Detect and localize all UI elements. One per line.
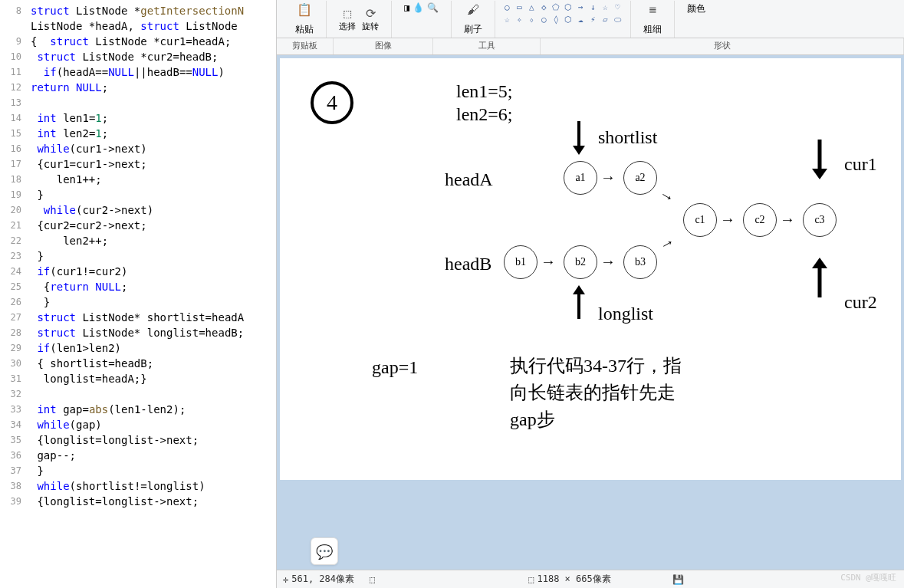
code-line[interactable]: 19 }	[0, 187, 276, 202]
line-number: 25	[0, 281, 31, 292]
code-line[interactable]: 35 {longlist=longlist->next;	[0, 432, 276, 448]
code-line[interactable]: 10 struct ListNode *cur2=headB;	[0, 49, 276, 64]
line-number: 30	[0, 358, 31, 369]
brush-group[interactable]: 🖌 刷子	[452, 1, 495, 38]
select-label: 选择	[339, 21, 356, 32]
code-line[interactable]: 32	[0, 386, 276, 402]
chat-icon: 💬	[316, 544, 333, 560]
shapes-group[interactable]: ○▭△◇⬠⬡→↓☆♡ ☆✧⬨○◊⬡☁⚡▱⬭	[495, 1, 631, 38]
code-line[interactable]: 20 while(cur2->next)	[0, 202, 276, 218]
node-b3: b3	[623, 245, 657, 279]
picker-icon[interactable]: 💧	[413, 2, 424, 13]
crosshair-icon: ✛	[283, 574, 288, 585]
color-group[interactable]: 颜色	[675, 1, 718, 38]
line-number: 33	[0, 404, 31, 415]
arrow-icon: →	[600, 253, 616, 271]
code-line[interactable]: 29 if(len1>len2)	[0, 340, 276, 356]
line-number: 8	[0, 5, 31, 16]
line-content: int len2=1;	[31, 127, 108, 140]
line-number: 29	[0, 343, 31, 353]
code-line[interactable]: 27 struct ListNode* shortlist=headA	[0, 310, 276, 325]
thickness-label: 粗细	[643, 23, 662, 36]
node-b2: b2	[564, 245, 597, 279]
paste-group[interactable]: 📋 粘贴	[283, 1, 327, 38]
code-line[interactable]: 9{ struct ListNode *cur1=headA;	[0, 34, 276, 49]
line-content: }	[31, 296, 50, 308]
line-content: }	[31, 465, 44, 477]
shapes-label: 形状	[541, 38, 904, 54]
len2-text: len2=6;	[456, 104, 513, 125]
line-content: if(headA==NULL||headB==NULL)	[31, 66, 225, 78]
code-line[interactable]: 11 if(headA==NULL||headB==NULL)	[0, 64, 276, 80]
line-number: 12	[0, 82, 31, 93]
shapes-gallery[interactable]: ○▭△◇⬠⬡→↓☆♡ ☆✧⬨○◊⬡☁⚡▱⬭	[501, 2, 624, 25]
code-line[interactable]: 24 if(cur1!=cur2)	[0, 264, 276, 279]
line-content: if(len1>len2)	[31, 342, 121, 354]
code-line[interactable]: 36 gap--;	[0, 448, 276, 463]
line-number: 16	[0, 143, 31, 154]
line-number: 22	[0, 235, 31, 246]
cur2-label: cur2	[844, 292, 877, 313]
zoom-icon[interactable]: 🔍	[427, 2, 439, 13]
select-group[interactable]: ⬚ 选择 ⟳ 旋转	[327, 1, 392, 38]
code-line[interactable]: 8struct ListNode *getIntersectionN	[0, 3, 276, 18]
rotate-icon[interactable]: ⟳	[366, 6, 376, 21]
code-line[interactable]: ListNode *headA, struct ListNode	[0, 18, 276, 34]
chat-button[interactable]: 💬	[311, 537, 338, 565]
paste-icon[interactable]: 📋	[297, 2, 312, 17]
brush-icon[interactable]: 🖌	[467, 2, 479, 17]
code-line[interactable]: 33 int gap=abs(len1-len2);	[0, 402, 276, 417]
image-label: 图像	[334, 38, 433, 54]
line-content: int len1=1;	[31, 112, 108, 124]
down-arrow-icon	[809, 135, 830, 181]
line-content: while(cur2->next)	[31, 204, 153, 216]
code-line[interactable]: 13	[0, 95, 276, 110]
len1-text: len1=5;	[456, 81, 513, 102]
line-number: 15	[0, 128, 31, 139]
arrow-icon: →	[656, 185, 679, 208]
line-number: 18	[0, 174, 31, 185]
code-line[interactable]: 25 {return NULL;	[0, 279, 276, 294]
code-line[interactable]: 15 int len2=1;	[0, 126, 276, 141]
node-a2: a2	[623, 161, 657, 195]
color-label: 颜色	[687, 2, 705, 15]
paint-canvas[interactable]: 4 len1=5; len2=6; shortlist cur1 cur2 he…	[280, 58, 901, 480]
paste-label: 粘贴	[295, 23, 314, 36]
line-content: { struct ListNode *cur1=headA;	[31, 35, 231, 48]
down-arrow-icon	[570, 118, 588, 156]
code-line[interactable]: 22 len2++;	[0, 233, 276, 248]
line-content: }	[31, 250, 44, 262]
code-line[interactable]: 12return NULL;	[0, 80, 276, 95]
code-line[interactable]: 28 struct ListNode* longlist=headB;	[0, 325, 276, 340]
thickness-group[interactable]: ≡ 粗细	[631, 1, 675, 38]
code-line[interactable]: 31 longlist=headA;}	[0, 371, 276, 386]
line-number: 10	[0, 51, 31, 62]
tools-group[interactable]: ◨ 💧 🔍	[392, 1, 452, 38]
code-line[interactable]: 18 len1++;	[0, 172, 276, 187]
code-line[interactable]: 34 while(gap)	[0, 417, 276, 432]
arrow-icon: →	[780, 211, 795, 228]
code-line[interactable]: 16 while(cur1->next)	[0, 141, 276, 156]
line-number: 24	[0, 266, 31, 277]
line-number: 28	[0, 327, 31, 338]
code-line[interactable]: 30 { shortlist=headB;	[0, 356, 276, 371]
select-icon[interactable]: ⬚	[344, 6, 351, 21]
eraser-icon[interactable]: ◨	[404, 2, 409, 13]
code-line[interactable]: 17 {cur1=cur1->next;	[0, 156, 276, 172]
code-editor[interactable]: 8struct ListNode *getIntersectionNListNo…	[0, 0, 276, 588]
code-line[interactable]: 26 }	[0, 294, 276, 310]
rotate-label: 旋转	[362, 21, 379, 32]
tools-label: 工具	[433, 38, 541, 54]
ribbon-group-labels: 剪贴板 图像 工具 形状	[277, 38, 904, 55]
code-line[interactable]: 39 {longlist=longlist->next;	[0, 494, 276, 509]
code-line[interactable]: 23 }	[0, 248, 276, 264]
line-number: 36	[0, 450, 31, 461]
line-content: return NULL;	[31, 81, 108, 94]
line-content: int gap=abs(len1-len2);	[31, 403, 186, 416]
line-content: {return NULL;	[31, 281, 127, 293]
code-line[interactable]: 37 }	[0, 463, 276, 478]
code-line[interactable]: 38 while(shortlist!=longlist)	[0, 478, 276, 494]
code-line[interactable]: 14 int len1=1;	[0, 110, 276, 126]
thickness-icon[interactable]: ≡	[649, 2, 656, 17]
code-line[interactable]: 21 {cur2=cur2->next;	[0, 218, 276, 233]
